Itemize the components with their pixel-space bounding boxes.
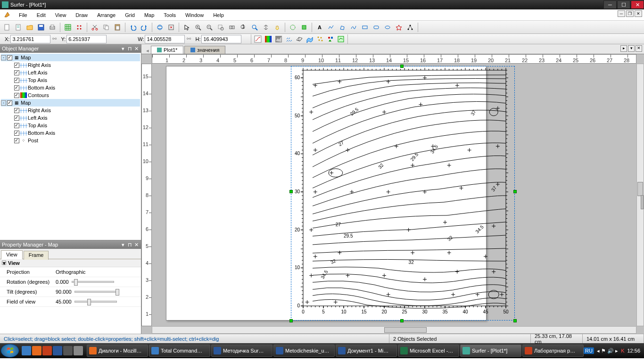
- paste-button[interactable]: [112, 22, 123, 33]
- menu-map[interactable]: Map: [140, 11, 159, 19]
- checkbox[interactable]: [14, 123, 19, 128]
- zoom-in-tool[interactable]: [193, 22, 203, 33]
- tree-item[interactable]: ┼┼┼Bottom Axis: [1, 129, 140, 137]
- tree-map-2[interactable]: - ▦ Map: [1, 99, 140, 107]
- taskbar-button[interactable]: Диалоги - Mozill…: [87, 345, 148, 357]
- tree-item[interactable]: ┼┼┼Bottom Axis: [1, 84, 140, 91]
- clock[interactable]: 12:56: [627, 348, 640, 354]
- tree-item[interactable]: ┼┼┼Left Axis: [1, 69, 140, 76]
- checkbox[interactable]: [14, 93, 19, 98]
- expander-icon[interactable]: -: [1, 100, 6, 106]
- redraw-button[interactable]: [288, 22, 298, 33]
- pan-tool[interactable]: [272, 22, 282, 33]
- menu-arrange[interactable]: Arrange: [92, 11, 120, 19]
- tree-item[interactable]: ┼┼┼Top Axis: [1, 76, 140, 84]
- new-vector-map[interactable]: [284, 34, 294, 44]
- checkbox[interactable]: [14, 70, 19, 75]
- rectangle-tool[interactable]: [360, 22, 370, 33]
- tab-list[interactable]: ▾: [628, 45, 635, 52]
- trackball-button[interactable]: [155, 22, 165, 33]
- zoom-rect-tool[interactable]: [215, 22, 226, 33]
- mdi-restore[interactable]: ❐: [626, 10, 634, 17]
- property-row[interactable]: Field of view45.000: [0, 297, 141, 307]
- propmgr-dropdown[interactable]: ▾: [120, 242, 126, 248]
- checkbox[interactable]: [14, 131, 19, 136]
- open-button[interactable]: [25, 22, 35, 33]
- new-base-map[interactable]: [336, 34, 346, 44]
- h-input[interactable]: [201, 35, 241, 43]
- taskbar-button[interactable]: Surfer - [Plot1*]: [460, 345, 521, 357]
- tree-item[interactable]: ┼┼┼Right Axis: [1, 107, 140, 114]
- property-grid[interactable]: ▾View ProjectionOrthographicRotation (de…: [0, 259, 141, 334]
- zoom-actual-tool[interactable]: 1: [238, 22, 248, 33]
- menu-help[interactable]: Help: [208, 11, 229, 19]
- new-wireframe-map[interactable]: [294, 34, 305, 44]
- tab-frame[interactable]: Frame: [24, 251, 49, 260]
- tab-scroll-right[interactable]: ▸: [620, 45, 627, 52]
- redo-button[interactable]: [139, 22, 149, 33]
- resize-handle[interactable]: [289, 190, 293, 193]
- scrollbar-thumb[interactable]: [637, 182, 643, 196]
- link-xy-icon[interactable]: ⚯: [50, 36, 58, 42]
- tree-item[interactable]: ⁘Post: [1, 137, 140, 144]
- horizontal-scrollbar[interactable]: [152, 326, 636, 334]
- property-row[interactable]: Rotation (degrees)0.000: [0, 277, 141, 287]
- propmgr-pin[interactable]: ⊓: [127, 242, 132, 248]
- ellipse-tool[interactable]: [382, 22, 393, 33]
- tray-icons[interactable]: ◂ ⚑ 🔊 ▸: [597, 348, 618, 354]
- tray-antivirus[interactable]: K: [621, 348, 624, 354]
- checkbox[interactable]: [7, 100, 12, 106]
- tab-close[interactable]: ✕: [636, 45, 642, 52]
- y-input[interactable]: [66, 35, 107, 43]
- checkbox[interactable]: [14, 78, 19, 83]
- zoom-selected-tool[interactable]: [249, 22, 260, 33]
- ql-app3[interactable]: [42, 346, 52, 355]
- ql-explorer[interactable]: [22, 346, 31, 355]
- taskbar-button[interactable]: Методичка Sur…: [211, 345, 272, 357]
- zoom-out-tool[interactable]: [204, 22, 215, 33]
- property-row[interactable]: ProjectionOrthographic: [0, 267, 141, 277]
- vertical-scrollbar[interactable]: [636, 64, 644, 326]
- menu-grid[interactable]: Grid: [120, 11, 140, 19]
- grid-data-button[interactable]: [63, 22, 73, 33]
- plot-canvas[interactable]: 05101520253035404550010203040506029.5273…: [152, 64, 636, 326]
- scrollbar-thumb[interactable]: [384, 327, 427, 333]
- resize-handle[interactable]: [400, 65, 404, 68]
- object-manager-tree[interactable]: - ▦ Map ┼┼┼Right Axis┼┼┼Left Axis┼┼┼Top …: [0, 53, 141, 240]
- menu-window[interactable]: Window: [181, 11, 208, 19]
- pointer-tool[interactable]: [182, 22, 192, 33]
- checkbox[interactable]: [7, 55, 12, 60]
- symbol-tool[interactable]: [394, 22, 404, 33]
- objmgr-pin[interactable]: ⊓: [127, 46, 132, 52]
- ql-firefox[interactable]: [32, 346, 41, 355]
- resize-handle[interactable]: [289, 319, 293, 322]
- menu-draw[interactable]: Draw: [71, 11, 92, 19]
- polygon-tool[interactable]: [337, 22, 347, 33]
- zoom-realtime-tool[interactable]: [261, 22, 271, 33]
- checkbox[interactable]: [14, 108, 19, 113]
- slider[interactable]: [74, 301, 117, 303]
- taskbar-button[interactable]: Документ1 - Mi…: [336, 345, 397, 357]
- copy-button[interactable]: [101, 22, 111, 33]
- taskbar-button[interactable]: Metodicheskie_u…: [273, 345, 335, 357]
- maximize-button[interactable]: ☐: [617, 0, 630, 9]
- new-surface-map[interactable]: [305, 34, 315, 44]
- menu-edit[interactable]: Edit: [32, 11, 50, 19]
- text-tool[interactable]: A: [314, 22, 325, 33]
- mdi-close[interactable]: ✕: [635, 10, 642, 17]
- tree-item[interactable]: ┼┼┼Left Axis: [1, 114, 140, 122]
- language-indicator[interactable]: RU: [584, 347, 594, 354]
- new-contour-map[interactable]: [253, 34, 263, 44]
- grid-node-button[interactable]: [74, 22, 84, 33]
- link-wh-icon[interactable]: ⚯: [185, 36, 192, 42]
- ql-app4[interactable]: [53, 346, 62, 355]
- start-button[interactable]: [1, 344, 19, 357]
- new-classed-post-map[interactable]: [325, 34, 336, 44]
- view-fit-button[interactable]: [166, 22, 176, 33]
- resize-handle[interactable]: [513, 319, 517, 322]
- slider[interactable]: [74, 291, 117, 293]
- property-row[interactable]: Tilt (degrees)90.000: [0, 287, 141, 297]
- undo-button[interactable]: [128, 22, 138, 33]
- tree-map-1[interactable]: - ▦ Map: [1, 54, 140, 61]
- resize-handle[interactable]: [513, 190, 517, 193]
